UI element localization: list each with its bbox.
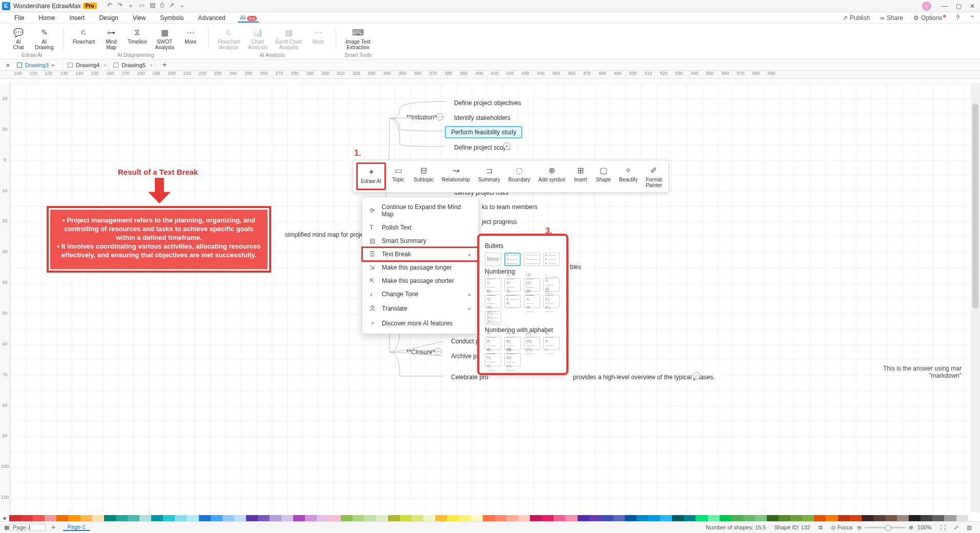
collapse-ribbon-icon[interactable]: ⌃ bbox=[965, 14, 980, 22]
color-swatch[interactable] bbox=[542, 515, 554, 521]
color-swatch[interactable] bbox=[767, 515, 779, 521]
alpha-parena-option[interactable]: (a) ——(b) ——(c) —— bbox=[504, 353, 521, 366]
color-swatch[interactable] bbox=[376, 515, 388, 521]
page-list-icon[interactable]: ▦ bbox=[4, 524, 9, 531]
boundary-button[interactable]: ◌Boundary bbox=[505, 162, 534, 190]
color-swatch[interactable] bbox=[684, 515, 696, 521]
color-swatch[interactable] bbox=[897, 515, 909, 521]
menu-view[interactable]: View bbox=[126, 14, 153, 22]
mm-node[interactable]: Define project objectives bbox=[449, 98, 526, 108]
color-swatch[interactable] bbox=[921, 515, 932, 521]
subtopic-button[interactable]: ⊟Subtopic bbox=[411, 162, 437, 190]
ai-continue-item[interactable]: ⟳Continue to Expand the Mind Map bbox=[362, 200, 478, 221]
color-swatch[interactable] bbox=[554, 515, 565, 521]
close-tab-icon[interactable]: × bbox=[150, 62, 153, 68]
expand-tabs-icon[interactable]: » bbox=[3, 61, 13, 69]
zoom-out-icon[interactable]: ⊖ bbox=[857, 524, 862, 531]
color-swatch[interactable] bbox=[56, 515, 68, 521]
color-swatch[interactable] bbox=[459, 515, 471, 521]
color-swatch[interactable] bbox=[956, 515, 968, 521]
color-swatch[interactable] bbox=[790, 515, 802, 521]
number-i3-option[interactable]: ·i. ——·ii. ——·iii. —— bbox=[524, 295, 540, 308]
mm-node[interactable]: ks to team members bbox=[477, 202, 543, 212]
color-swatch[interactable] bbox=[151, 515, 163, 521]
zoom-slider[interactable] bbox=[865, 527, 906, 528]
color-swatch[interactable] bbox=[423, 515, 435, 521]
panel-icon[interactable]: ▥ bbox=[967, 524, 972, 531]
color-swatch[interactable] bbox=[731, 515, 743, 521]
color-swatch[interactable] bbox=[483, 515, 495, 521]
relationship-button[interactable]: ↝Relationship bbox=[439, 162, 473, 190]
focus-button[interactable]: ◎ Focus bbox=[831, 524, 853, 531]
color-swatch[interactable] bbox=[779, 515, 790, 521]
more-diagram-button[interactable]: ⋯More bbox=[180, 26, 201, 46]
more-analysis-button[interactable]: ⋯More bbox=[308, 26, 329, 46]
mm-node[interactable]: ject progress bbox=[477, 217, 522, 227]
number-i2-option[interactable]: i. ——ii. ——iii. —— bbox=[504, 295, 521, 308]
color-swatch[interactable] bbox=[388, 515, 400, 521]
color-swatch[interactable] bbox=[660, 515, 672, 521]
menu-symbols[interactable]: Symbols bbox=[153, 14, 191, 22]
export-icon[interactable]: ↗ bbox=[169, 2, 174, 10]
color-swatch[interactable] bbox=[270, 515, 281, 521]
color-swatch[interactable] bbox=[175, 515, 187, 521]
alpha-aparen-option[interactable]: a) ——b) ——c) —— bbox=[485, 353, 501, 366]
color-swatch[interactable] bbox=[353, 515, 364, 521]
color-swatch[interactable] bbox=[364, 515, 376, 521]
save-icon[interactable]: ▤ bbox=[150, 2, 155, 10]
layers-icon[interactable]: ⧉ bbox=[819, 524, 823, 531]
color-swatch[interactable] bbox=[116, 515, 128, 521]
color-swatch[interactable] bbox=[932, 515, 944, 521]
color-swatch[interactable] bbox=[601, 515, 613, 521]
ai-longer-item[interactable]: ⇲Make this passage longer bbox=[362, 261, 478, 274]
color-swatch[interactable] bbox=[909, 515, 921, 521]
undo-icon[interactable]: ↶ bbox=[107, 2, 112, 10]
mm-selected-node[interactable]: Perform feasibility study bbox=[445, 126, 522, 138]
qat-more-icon[interactable]: ⌄ bbox=[179, 2, 185, 10]
add-tab-button[interactable]: ＋ bbox=[155, 59, 174, 70]
expand-icon[interactable]: + bbox=[503, 142, 511, 150]
color-swatch[interactable] bbox=[968, 515, 980, 521]
color-swatch[interactable] bbox=[211, 515, 222, 521]
color-swatch[interactable] bbox=[696, 515, 707, 521]
result-box[interactable]: • Project management refers to the plann… bbox=[47, 206, 271, 273]
ai-summary-item[interactable]: ▤Smart Summary bbox=[362, 234, 478, 248]
format-painter-button[interactable]: ✐Format Painter bbox=[643, 162, 665, 190]
color-swatch[interactable] bbox=[850, 515, 862, 521]
ai-discover-item[interactable]: ＋Discover more AI features bbox=[362, 316, 478, 331]
options-link[interactable]: ⚙Options bbox=[908, 14, 951, 22]
color-swatch[interactable] bbox=[518, 515, 530, 521]
color-swatch[interactable] bbox=[471, 515, 483, 521]
color-swatch[interactable] bbox=[305, 515, 317, 521]
menu-design[interactable]: Design bbox=[92, 14, 125, 22]
color-swatch[interactable] bbox=[128, 515, 139, 521]
vertical-scrollbar[interactable] bbox=[971, 83, 980, 512]
bullet-none-option[interactable]: None bbox=[485, 253, 501, 266]
palette-favorite-icon[interactable]: ★ bbox=[0, 515, 9, 521]
mm-node[interactable]: Identify stakeholders bbox=[449, 113, 516, 123]
color-swatch[interactable] bbox=[435, 515, 447, 521]
page-selector[interactable]: Page-1 bbox=[9, 524, 46, 531]
color-swatch[interactable] bbox=[873, 515, 885, 521]
edraw-ai-button[interactable]: ✴Edraw AI bbox=[356, 162, 386, 190]
page-tab[interactable]: Page-1 bbox=[63, 524, 89, 531]
color-swatch[interactable] bbox=[648, 515, 660, 521]
color-swatch[interactable] bbox=[506, 515, 518, 521]
print-icon[interactable]: ⎙ bbox=[160, 2, 164, 10]
color-swatch[interactable] bbox=[625, 515, 637, 521]
color-swatch[interactable] bbox=[802, 515, 814, 521]
fullscreen-icon[interactable]: ⤢ bbox=[954, 524, 958, 531]
topic-button[interactable]: ▭Topic bbox=[388, 162, 409, 190]
color-swatch[interactable] bbox=[672, 515, 684, 521]
shape-button[interactable]: ▢Shape bbox=[593, 162, 614, 190]
color-swatch[interactable] bbox=[199, 515, 211, 521]
menu-ai[interactable]: AIhot bbox=[233, 14, 264, 22]
zoom-value[interactable]: 100% bbox=[917, 524, 932, 530]
color-swatch[interactable] bbox=[80, 515, 92, 521]
menu-home[interactable]: Home bbox=[31, 14, 62, 22]
summary-button[interactable]: ⊐Summary bbox=[475, 162, 503, 190]
image-text-extraction-button[interactable]: ⌨Image Text Extraction bbox=[343, 26, 373, 51]
collapse-icon[interactable]: − bbox=[435, 348, 442, 355]
color-swatch[interactable] bbox=[530, 515, 542, 521]
mm-node[interactable]: Celebrate pro bbox=[446, 372, 494, 382]
